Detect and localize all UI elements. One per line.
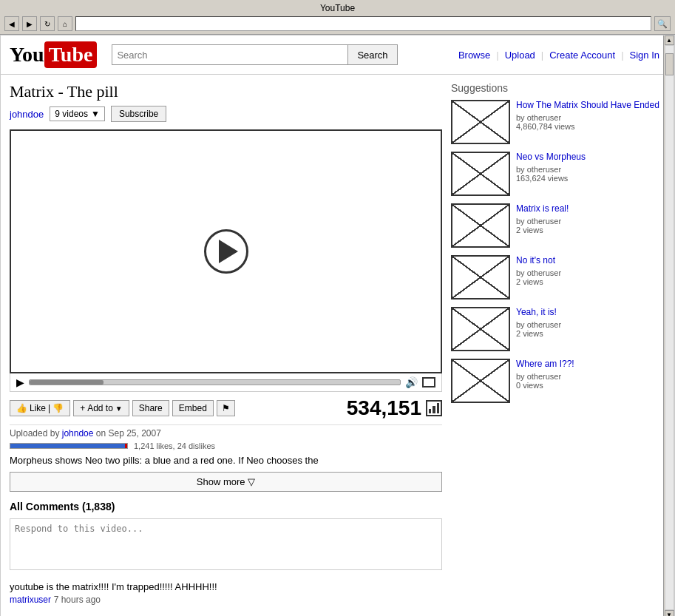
suggestion-thumbnail-3[interactable] [451,255,510,299]
go-button[interactable]: 🔍 [654,16,671,31]
sidebar: Suggestions How The Matrix Should Have E… [451,82,665,612]
suggestion-views-5: 0 views [516,381,665,390]
play-pause-button[interactable]: ▶ [16,376,24,388]
suggestion-author-2: by otheruser [516,217,665,226]
browser-chrome: YouTube ◀ ▶ ↻ ⌂ 🔍 [0,0,675,35]
suggestion-author-1: by otheruser [516,165,665,174]
progress-fill [30,380,104,385]
site-header: YouTube Search Browse | Upload | Create … [1,35,674,75]
stats-icon[interactable] [426,400,442,416]
suggestion-author-0: by otheruser [516,113,665,122]
suggestion-item-0: How The Matrix Should Have Ended by othe… [451,100,665,144]
thumbs-down-icon: 👎 [52,403,64,413]
separator: | [48,403,50,413]
suggestion-views-2: 2 views [516,226,665,234]
search-button[interactable]: Search [348,44,397,65]
suggestion-thumbnail-1[interactable] [451,152,510,196]
comment-text: youtube is the matrix!!!! I'm trapped!!!… [10,581,442,592]
scroll-thumb[interactable] [665,53,674,75]
likes-text: 1,241 likes, 24 dislikes [134,441,215,450]
video-description: Morpheus shows Neo two pills: a blue and… [10,455,442,466]
comment-time: 7 hours ago [54,595,101,605]
play-button[interactable] [204,229,248,274]
show-more-button[interactable]: Show more ▽ [10,472,442,492]
comment-author[interactable]: matrixuser [10,595,51,605]
suggestion-thumbnail-5[interactable] [451,359,510,403]
likes-bar [10,443,128,449]
comment-item: youtube is the matrix!!!! I'm trapped!!!… [10,581,442,605]
main-content: Matrix - The pill johndoe 9 videos ▼ Sub… [1,75,674,616]
scroll-track[interactable] [665,45,674,610]
suggestion-author-3: by otheruser [516,268,665,277]
suggestion-title-5[interactable]: Where am I??! [516,359,665,370]
nav-upload[interactable]: Upload [499,50,541,61]
thumbs-up-icon: 👍 [16,403,27,413]
suggestion-author-5: by otheruser [516,372,665,381]
uploader-link[interactable]: johndoe [10,109,44,120]
action-bar: 👍 Like | 👎 + Add to ▼ Share Embed ⚑ [10,392,442,425]
add-to-button[interactable]: + Add to ▼ [73,400,129,416]
plus-icon: + [80,403,85,413]
suggestion-title-2[interactable]: Matrix is real! [516,203,665,215]
flag-icon: ⚑ [222,403,230,413]
share-button[interactable]: Share [132,400,169,416]
suggestion-item-1: Neo vs Morpheus by otheruser 163,624 vie… [451,152,665,196]
video-player[interactable] [10,129,442,373]
subscribe-button[interactable]: Subscribe [111,106,166,122]
nav-create-account[interactable]: Create Account [543,50,621,61]
suggestion-thumbnail-4[interactable] [451,307,510,351]
volume-icon[interactable]: 🔊 [405,376,418,388]
comment-input[interactable] [10,518,442,570]
nav-browse[interactable]: Browse [452,50,496,61]
video-meta-row: johndoe 9 videos ▼ Subscribe [10,106,442,122]
suggestion-title-1[interactable]: Neo vs Morpheus [516,152,665,163]
suggestions-title: Suggestions [451,82,665,94]
logo-you: You [10,43,44,67]
suggestion-title-4[interactable]: Yeah, it is! [516,307,665,319]
suggestion-views-4: 2 views [516,329,665,338]
scroll-up-button[interactable]: ▲ [665,35,674,45]
embed-button[interactable]: Embed [172,400,214,416]
refresh-button[interactable]: ↻ [40,16,55,31]
comments-section: All Comments (1,838) youtube is the matr… [10,501,442,605]
upload-info: Uploaded by johndoe on Sep 25, 2007 [10,428,442,439]
suggestion-item-4: Yeah, it is! by otheruser 2 views [451,307,665,351]
video-title: Matrix - The pill [10,82,442,101]
suggestion-views-3: 2 views [516,277,665,286]
site-logo[interactable]: YouTube [10,41,97,68]
suggestion-item-5: Where am I??! by otheruser 0 views [451,359,665,403]
comments-header: All Comments (1,838) [10,501,442,512]
browser-toolbar: ◀ ▶ ↻ ⌂ 🔍 [4,16,671,31]
fullscreen-button[interactable] [422,377,435,387]
videos-dropdown[interactable]: 9 videos ▼ [50,106,105,121]
suggestion-author-4: by otheruser [516,320,665,329]
uploader-info-link[interactable]: johndoe [62,428,94,439]
video-column: Matrix - The pill johndoe 9 videos ▼ Sub… [10,82,442,612]
likes-row: 1,241 likes, 24 dislikes [10,441,442,450]
browser-title: YouTube [4,3,671,13]
likes-fill [10,444,125,448]
suggestion-thumbnail-2[interactable] [451,203,510,248]
flag-button[interactable]: ⚑ [217,400,235,416]
scrollbar[interactable]: ▲ ▼ [663,35,674,616]
like-button[interactable]: 👍 Like | 👎 [10,400,70,416]
suggestion-thumbnail-0[interactable] [451,100,510,144]
home-button[interactable]: ⌂ [58,16,72,31]
page-wrapper: YouTube Search Browse | Upload | Create … [0,35,675,616]
search-form: Search [112,44,445,65]
suggestion-title-0[interactable]: How The Matrix Should Have Ended [516,100,665,112]
search-input[interactable] [112,44,348,65]
scroll-down-button[interactable]: ▼ [665,610,674,616]
logo-tube: Tube [44,41,98,68]
suggestion-title-3[interactable]: No it's not [516,255,665,267]
back-button[interactable]: ◀ [4,16,19,31]
nav-sign-in[interactable]: Sign In [624,50,665,61]
forward-button[interactable]: ▶ [22,16,37,31]
view-count: 534,151 [347,396,421,420]
suggestion-item-3: No it's not by otheruser 2 views [451,255,665,299]
address-bar[interactable] [75,16,651,31]
progress-bar[interactable] [29,379,401,385]
suggestion-item-2: Matrix is real! by otheruser 2 views [451,203,665,248]
controls-bar: ▶ 🔊 [10,373,442,392]
header-nav: Browse | Upload | Create Account | Sign … [452,50,665,61]
